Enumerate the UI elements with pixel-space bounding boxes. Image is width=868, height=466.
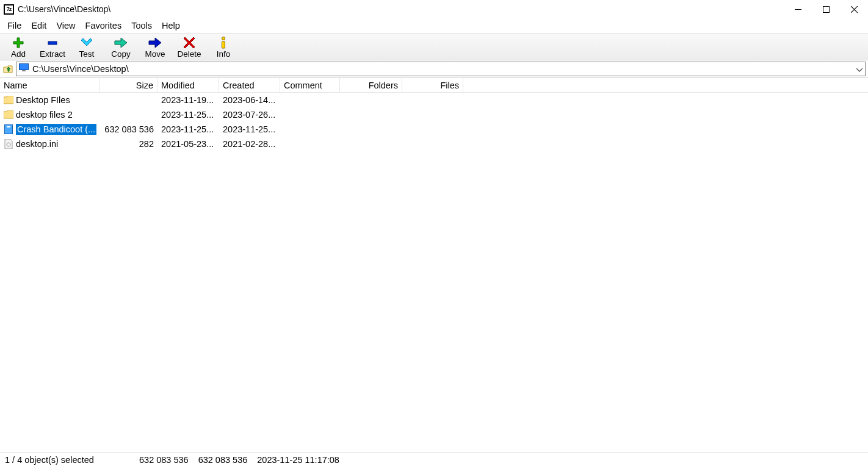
move-label: Move [145,49,165,59]
menu-favorites[interactable]: Favorites [81,20,127,32]
delete-label: Delete [177,49,201,59]
copy-button[interactable]: Copy [106,36,136,59]
status-bar: 1 / 4 object(s) selected 632 083 536 632… [0,453,868,466]
test-button[interactable]: Test [72,36,101,59]
extract-button[interactable]: Extract [38,36,67,59]
file-name: desktop.ini [16,139,58,149]
column-headers: Name Size Modified Created Comment Folde… [0,78,868,93]
table-row[interactable]: Desktop FIles2023-11-19...2023-06-14... [0,93,868,107]
file-created: 2023-06-14... [219,95,280,105]
arrow-right-solid-icon [148,36,162,49]
table-row[interactable]: Crash Bandicoot (...632 083 5362023-11-2… [0,122,868,137]
minus-icon [46,36,59,49]
menu-edit[interactable]: Edit [26,20,51,32]
path-bar [0,60,868,78]
col-header-modified[interactable]: Modified [157,78,219,92]
file-name: Crash Bandicoot (... [17,124,95,134]
svg-rect-1 [823,6,829,12]
svg-rect-10 [7,126,10,127]
monitor-icon [19,63,29,74]
status-size-2: 632 083 536 [193,455,253,465]
x-icon [184,36,195,49]
svg-rect-6 [222,41,225,48]
svg-rect-9 [5,125,13,134]
info-label: Info [217,49,231,59]
file-created: 2021-02-28... [219,139,280,149]
folder-icon [4,95,13,105]
file-size: 632 083 536 [99,124,157,134]
table-row[interactable]: desktop.ini2822021-05-23...2021-02-28... [0,137,868,151]
extract-label: Extract [40,49,65,59]
col-header-size[interactable]: Size [99,78,157,92]
arrow-right-outline-icon [114,36,128,49]
chevron-down-icon[interactable] [856,63,863,74]
col-header-name[interactable]: Name [0,78,99,92]
file-name: desktop files 2 [16,110,73,120]
status-size-1: 632 083 536 [134,455,193,465]
file-modified: 2023-11-19... [157,95,219,105]
up-folder-button[interactable] [2,63,13,74]
add-button[interactable]: Add [4,36,33,59]
svg-rect-8 [22,70,26,71]
close-button[interactable] [840,0,868,18]
file-list[interactable]: Desktop FIles2023-11-19...2023-06-14...d… [0,93,868,453]
move-button[interactable]: Move [140,36,170,59]
col-header-files[interactable]: Files [402,78,463,92]
title-bar: 7z C:\Users\Vince\Desktop\ [0,0,868,18]
info-icon [220,36,227,49]
file-created: 2023-11-25... [219,124,280,134]
col-header-folders[interactable]: Folders [340,78,402,92]
menu-file[interactable]: File [2,20,26,32]
check-icon [80,36,93,49]
table-row[interactable]: desktop files 22023-11-25...2023-07-26..… [0,107,868,122]
ini-icon [4,139,13,149]
plus-icon [12,36,24,49]
svg-rect-4 [48,41,57,45]
archive-icon [4,124,13,134]
test-label: Test [79,49,95,59]
folder-icon [4,110,13,120]
delete-button[interactable]: Delete [175,36,204,59]
file-modified: 2023-11-25... [157,124,219,134]
menu-bar: File Edit View Favorites Tools Help [0,18,868,33]
window-title: C:\Users\Vince\Desktop\ [18,4,784,14]
path-combobox[interactable] [16,62,866,76]
file-modified: 2023-11-25... [157,110,219,120]
col-header-created[interactable]: Created [219,78,280,92]
status-selection: 1 / 4 object(s) selected [0,455,134,465]
file-modified: 2021-05-23... [157,139,219,149]
maximize-button[interactable] [812,0,840,18]
file-created: 2023-07-26... [219,110,280,120]
svg-rect-7 [20,64,29,70]
7zip-app-icon: 7z [4,4,14,15]
status-datetime: 2023-11-25 11:17:08 [252,455,344,465]
menu-tools[interactable]: Tools [126,20,157,32]
file-size: 282 [99,139,157,149]
svg-point-5 [222,37,225,40]
path-input[interactable] [31,63,863,74]
copy-label: Copy [111,49,131,59]
add-label: Add [11,49,26,59]
toolbar: Add Extract Test Copy Move Delete Info [0,33,868,60]
minimize-button[interactable] [784,0,812,18]
menu-view[interactable]: View [51,20,80,32]
file-name: Desktop FIles [16,95,70,105]
menu-help[interactable]: Help [157,20,185,32]
info-button[interactable]: Info [209,36,238,59]
col-header-comment[interactable]: Comment [280,78,340,92]
